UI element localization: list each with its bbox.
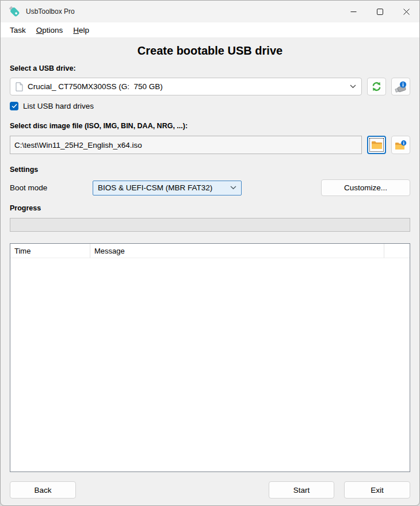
disc-image-label: Select disc image file (ISO, IMG, BIN, D… bbox=[10, 122, 410, 131]
image-path-input[interactable] bbox=[10, 136, 362, 154]
refresh-drives-button[interactable] bbox=[367, 78, 386, 95]
menu-options[interactable]: Options bbox=[31, 24, 68, 36]
log-column-filler bbox=[384, 244, 410, 258]
chevron-down-icon bbox=[350, 85, 356, 89]
close-button[interactable] bbox=[393, 1, 419, 22]
customize-button[interactable]: Customize... bbox=[321, 179, 410, 196]
document-icon bbox=[16, 82, 23, 91]
log-table: Time Message bbox=[10, 243, 410, 472]
log-column-time[interactable]: Time bbox=[10, 244, 90, 258]
back-button[interactable]: Back bbox=[10, 481, 76, 499]
usb-drive-info-icon bbox=[395, 81, 407, 93]
check-icon bbox=[12, 103, 17, 109]
list-usb-checkbox-label: List USB hard drives bbox=[23, 102, 94, 110]
main-content: Create bootable USB drive Select a USB d… bbox=[1, 37, 419, 506]
drive-info-button[interactable] bbox=[391, 78, 410, 95]
minimize-button[interactable] bbox=[340, 1, 366, 22]
log-table-header: Time Message bbox=[10, 244, 410, 258]
boot-mode-value: BIOS & UEFI-CSM (MBR FAT32) bbox=[98, 183, 212, 192]
log-table-body[interactable] bbox=[10, 258, 410, 471]
usb-drive-combobox[interactable]: Crucial_ CT750MX300SS (G: 750 GB) bbox=[10, 78, 362, 95]
window-controls bbox=[340, 1, 419, 22]
page-title: Create bootable USB drive bbox=[10, 44, 410, 57]
titlebar: UsbToolbox Pro bbox=[1, 1, 419, 22]
maximize-button[interactable] bbox=[366, 1, 393, 22]
menubar: Task Options Help bbox=[1, 22, 419, 37]
window-title: UsbToolbox Pro bbox=[26, 7, 75, 16]
app-window: UsbToolbox Pro Task Options Help Create … bbox=[0, 0, 420, 506]
exit-button[interactable]: Exit bbox=[344, 481, 410, 499]
close-icon bbox=[403, 9, 410, 15]
boot-mode-select[interactable]: BIOS & UEFI-CSM (MBR FAT32) bbox=[93, 181, 242, 195]
browse-image-button[interactable] bbox=[367, 136, 386, 154]
boot-mode-label: Boot mode bbox=[10, 183, 93, 192]
folder-info-icon bbox=[395, 140, 407, 150]
settings-heading: Settings bbox=[10, 166, 410, 174]
minimize-icon bbox=[350, 9, 357, 15]
list-usb-hard-drives-row[interactable]: List USB hard drives bbox=[10, 101, 410, 110]
menu-help[interactable]: Help bbox=[68, 24, 94, 36]
refresh-arrows-icon bbox=[372, 82, 381, 91]
image-info-button[interactable] bbox=[391, 136, 410, 154]
start-button[interactable]: Start bbox=[269, 481, 334, 499]
footer-buttons: Back Start Exit bbox=[10, 481, 410, 499]
log-column-message[interactable]: Message bbox=[90, 244, 384, 258]
selected-drive-text: Crucial_ CT750MX300SS (G: 750 GB) bbox=[28, 82, 163, 91]
chevron-down-icon bbox=[230, 186, 236, 190]
menu-task[interactable]: Task bbox=[5, 24, 31, 36]
usb-drive-label: Select a USB drive: bbox=[10, 64, 410, 73]
app-usb-icon bbox=[8, 5, 21, 18]
progress-heading: Progress bbox=[10, 204, 410, 213]
list-usb-checkbox[interactable] bbox=[10, 102, 18, 110]
maximize-icon bbox=[377, 9, 383, 15]
folder-icon bbox=[371, 140, 383, 150]
progress-bar bbox=[10, 218, 410, 232]
